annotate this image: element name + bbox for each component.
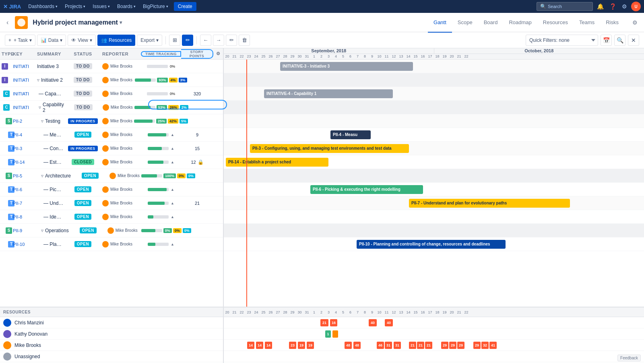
gantt-row (224, 101, 644, 114)
resource-bar (332, 330, 338, 338)
table-row: T PII-8 — Identify and int OPEN Mike Bro… (0, 210, 223, 224)
gantt-bar[interactable]: PII-10 - Planning and controlling of cha… (357, 240, 506, 249)
issue-type-icon: C (3, 91, 10, 97)
export-button[interactable]: Export ▾ (137, 35, 162, 46)
gantt-row: INITIATIVE-4 - Capability 1 (224, 87, 644, 101)
gantt-body: INITIATIVE-3 - Initiative 3INITIATIVE-4 … (224, 60, 644, 307)
resource-bar: 40 (385, 319, 393, 326)
table-row: T PII-3 — Configuring, us IN PROGRES Mik… (0, 142, 223, 155)
nav-boards[interactable]: Boards▾ (114, 0, 139, 13)
resource-bar: 29 (449, 342, 456, 349)
issue-type-icon: I (2, 77, 8, 83)
user-avatar[interactable]: U (631, 2, 641, 11)
create-button[interactable]: Create (174, 2, 196, 11)
gantt-row (224, 73, 644, 87)
resource-bar: 14 (265, 342, 272, 349)
project-settings-icon[interactable]: ⚙ (632, 19, 638, 26)
resource-bar: 29 (473, 342, 481, 349)
tab-teams[interactable]: Teams (574, 13, 600, 33)
data-button[interactable]: 📊 Data ▾ (37, 35, 66, 46)
gantt-row (224, 210, 644, 224)
nav-back-icon[interactable]: ‹ (6, 19, 8, 26)
issue-type-icon: C (3, 104, 10, 111)
reporter-avatar (102, 118, 109, 124)
toolbar-separator-1 (165, 36, 166, 44)
resource-bar: 21 (409, 342, 416, 349)
gantt-bar[interactable]: INITIATIVE-4 - Capability 1 (264, 89, 393, 98)
table-row: I INITIATI Initiative 3 TO DO Mike Brook… (0, 60, 223, 73)
nav-projects[interactable]: Projects▾ (62, 0, 89, 13)
settings-icon[interactable]: ⚙ (620, 2, 629, 11)
gantt-bar[interactable]: INITIATIVE-3 - Initiative 3 (280, 62, 413, 71)
resource-bar: 48 (345, 342, 352, 349)
resource-gantt-row: 21164040 (224, 317, 644, 328)
reporter-avatar (103, 104, 109, 111)
search-gantt-icon[interactable]: 🔍 (614, 35, 625, 46)
gantt-bar[interactable]: PII-4 - Measu (330, 130, 371, 139)
tab-resources[interactable]: Resources (537, 13, 574, 33)
resource-bar: 46 (377, 342, 384, 349)
gantt-row: PII-10 - Planning and controlling of cha… (224, 237, 644, 251)
table-row: T PII-10 — Planning and co OPEN Mike Bro… (0, 237, 223, 251)
tab-roadmap[interactable]: Roadmap (503, 13, 537, 33)
table-row: T PII-4 — Measuring and OPEN Mike Brooks… (0, 128, 223, 142)
resource-bar: 48 (353, 342, 361, 349)
tab-gantt[interactable]: Gantt (428, 13, 452, 33)
nav-left-button[interactable]: ← (200, 35, 211, 46)
nav-dashboards[interactable]: Dashboards▾ (25, 0, 61, 13)
resource-bar: 16 (330, 319, 337, 326)
quick-filter-select[interactable]: Quick Filters: none (526, 35, 598, 46)
resource-bar: 21 (417, 342, 424, 349)
left-panel: TYPE KEY SUMMARY STATUS REPORTER TIME TR… (0, 48, 224, 307)
nav-issues[interactable]: Issues▾ (89, 0, 113, 13)
reporter-avatar (102, 186, 109, 193)
resource-bar: 19 (307, 342, 314, 349)
col-header-settings[interactable]: ⚙ (213, 51, 223, 56)
gantt-bar[interactable]: PII-6 - Picking & executing the right mo… (310, 185, 423, 194)
gantt-row: PII-6 - Picking & executing the right mo… (224, 183, 644, 196)
col-header-summary: SUMMARY (35, 52, 65, 56)
search-box[interactable]: 🔍 Search (537, 2, 593, 11)
feedback-button[interactable]: Feedback (617, 355, 641, 361)
calendar-icon[interactable]: 📅 (601, 35, 612, 46)
tab-board[interactable]: Board (478, 13, 504, 33)
gantt-bar[interactable]: PII-7 - Understand and plan for evolutio… (409, 199, 570, 208)
project-title[interactable]: Hybrid project management ▾ (33, 19, 122, 26)
table-row: T PII-14 — Establish a pro CLOSED Mike B… (0, 155, 223, 169)
delete-button[interactable]: 🗑 (239, 35, 250, 46)
task-button[interactable]: + + Task ▾ (5, 35, 35, 46)
reporter-avatar (102, 77, 109, 83)
reporter-avatar (107, 227, 114, 234)
gantt-bar[interactable]: PII-14 - Establish a project sched (226, 158, 328, 167)
resources-button[interactable]: 👥 Resources (97, 35, 135, 46)
resources-section: RESOURCES Chris Manzini Kathy Donovan Mi… (0, 307, 644, 363)
gantt-row: PII-3 - Configuring, using, and managing… (224, 142, 644, 155)
gantt-month-oct: October, 2018 (434, 48, 644, 54)
gantt-bar[interactable]: PII-3 - Configuring, using, and managing… (250, 144, 409, 153)
help-icon[interactable]: ❓ (608, 2, 618, 11)
gantt-panel: September, 2018 October, 2018 2021222324… (224, 48, 644, 307)
pen-button[interactable]: ✏ (226, 35, 237, 46)
table-row: I INITIATI ▿Initiative 2 TO DO Mike Broo… (0, 73, 223, 87)
col-header-key: KEY (11, 52, 35, 56)
tab-risks[interactable]: Risks (600, 13, 624, 33)
resource-list: Chris Manzini Kathy Donovan Mike Brooks … (0, 317, 223, 363)
notification-icon[interactable]: 🔔 (595, 2, 605, 11)
reporter-avatar (102, 214, 109, 220)
resource-bar: 41 (489, 342, 497, 349)
table-row: C INITIATI — Capability 1 TO DO Mike Bro… (0, 87, 223, 101)
nav-bigpicture[interactable]: BigPicture▾ (140, 0, 171, 13)
edit-button[interactable]: ✏ (182, 35, 193, 46)
gantt-row: PII-7 - Understand and plan for evolutio… (224, 196, 644, 210)
resource-bar: 1 (325, 330, 331, 338)
reporter-avatar (102, 63, 109, 70)
close-gantt-icon[interactable]: ✕ (628, 35, 639, 46)
grid-view-button[interactable]: ⊞ (169, 35, 180, 46)
gantt-row: PII-4 - Measu (224, 128, 644, 142)
view-button[interactable]: 👁 View ▾ (68, 35, 96, 46)
resource-bar: 32 (481, 342, 489, 349)
nav-right-button[interactable]: → (213, 35, 224, 46)
tab-scope[interactable]: Scope (452, 13, 478, 33)
reporter-avatar (102, 132, 109, 138)
resource-gantt-row: 1 (224, 328, 644, 340)
